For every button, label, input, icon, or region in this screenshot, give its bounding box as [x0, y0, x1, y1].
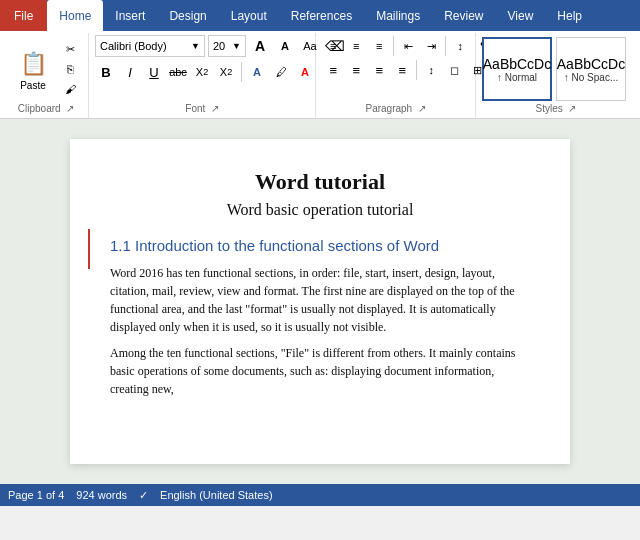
- format-painter-button[interactable]: 🖌: [58, 80, 82, 98]
- style-normal-preview: AaBbCcDc: [483, 56, 551, 72]
- section-heading: 1.1 Introduction to the functional secti…: [110, 237, 530, 254]
- font-size-selector[interactable]: 20 ▼: [208, 35, 246, 57]
- clipboard-label: Clipboard ↗: [10, 103, 82, 116]
- group-paragraph: ≡ ≡ ≡ ⇤ ⇥ ↕ ¶ ≡ ≡ ≡ ≡ ↕ ◻ ⊞ Paragraph: [316, 33, 476, 118]
- style-nospace-label: ↑ No Spac...: [564, 72, 618, 83]
- styles-label: Styles ↗: [482, 103, 630, 116]
- justify-button[interactable]: ≡: [391, 59, 413, 81]
- font-top-row: Calibri (Body) ▼ 20 ▼ A A Aa ⌫: [95, 35, 346, 57]
- style-no-spacing[interactable]: AaBbCcDc ↑ No Spac...: [556, 37, 626, 101]
- multilevel-button[interactable]: ≡: [368, 35, 390, 57]
- tab-insert[interactable]: Insert: [103, 0, 157, 31]
- para-row-1: ≡ ≡ ≡ ⇤ ⇥ ↕ ¶: [322, 35, 494, 57]
- page-info: Page 1 of 4: [8, 489, 64, 501]
- style-nospace-preview: AaBbCcDc: [557, 56, 625, 72]
- tab-file[interactable]: File: [0, 0, 47, 31]
- strikethrough-button[interactable]: abc: [167, 61, 189, 83]
- sep2: [393, 36, 394, 56]
- para-content: ≡ ≡ ≡ ⇤ ⇥ ↕ ¶ ≡ ≡ ≡ ≡ ↕ ◻ ⊞: [322, 35, 469, 103]
- font-name-chevron: ▼: [191, 41, 200, 51]
- tab-mailings[interactable]: Mailings: [364, 0, 432, 31]
- subscript-button[interactable]: X2: [191, 61, 213, 83]
- doc-paragraph-1: Word 2016 has ten functional sections, i…: [110, 264, 530, 336]
- font-size-chevron: ▼: [232, 41, 241, 51]
- tab-references[interactable]: References: [279, 0, 364, 31]
- tab-layout[interactable]: Layout: [219, 0, 279, 31]
- group-styles: AaBbCcDc ↑ Normal AaBbCcDc ↑ No Spac... …: [476, 33, 636, 118]
- style-normal-label: ↑ Normal: [497, 72, 537, 83]
- tab-view[interactable]: View: [496, 0, 546, 31]
- tab-design[interactable]: Design: [157, 0, 218, 31]
- group-clipboard: 📋 Paste ✂ ⎘ 🖌 Clipboard ↗: [4, 33, 89, 118]
- font-content: Calibri (Body) ▼ 20 ▼ A A Aa ⌫ B I U abc…: [95, 35, 309, 103]
- tab-help[interactable]: Help: [545, 0, 594, 31]
- status-bar: Page 1 of 4 924 words ✓ English (United …: [0, 484, 640, 506]
- superscript-button[interactable]: X2: [215, 61, 237, 83]
- doc-subtitle: Word basic operation tutorial: [110, 201, 530, 219]
- sort-button[interactable]: ↕: [449, 35, 471, 57]
- separator: [241, 62, 242, 82]
- styles-content: AaBbCcDc ↑ Normal AaBbCcDc ↑ No Spac...: [482, 35, 630, 103]
- underline-button[interactable]: U: [143, 61, 165, 83]
- paste-button[interactable]: 📋 Paste: [10, 35, 56, 103]
- ribbon-body: 📋 Paste ✂ ⎘ 🖌 Clipboard ↗ Calibri (Body)…: [0, 31, 640, 119]
- doc-paragraph-2: Among the ten functional sections, "File…: [110, 344, 530, 398]
- align-right-button[interactable]: ≡: [368, 59, 390, 81]
- font-color-button[interactable]: A: [294, 61, 316, 83]
- sep3: [445, 36, 446, 56]
- font-name-value: Calibri (Body): [100, 40, 167, 52]
- word-count: 924 words: [76, 489, 127, 501]
- paste-icon: 📋: [19, 48, 47, 80]
- tab-review[interactable]: Review: [432, 0, 495, 31]
- line-spacing-button[interactable]: ↕: [420, 59, 442, 81]
- cut-button[interactable]: ✂: [58, 40, 82, 58]
- clipboard-content: 📋 Paste ✂ ⎘ 🖌: [10, 35, 82, 103]
- spell-check-icon: ✓: [139, 489, 148, 502]
- paste-label: Paste: [20, 80, 46, 91]
- tab-home[interactable]: Home: [47, 0, 103, 31]
- text-cursor: [88, 229, 90, 269]
- font-name-selector[interactable]: Calibri (Body) ▼: [95, 35, 205, 57]
- decrease-indent-button[interactable]: ⇤: [397, 35, 419, 57]
- italic-button[interactable]: I: [119, 61, 141, 83]
- increase-indent-button[interactable]: ⇥: [420, 35, 442, 57]
- para-row-2: ≡ ≡ ≡ ≡ ↕ ◻ ⊞: [322, 59, 488, 81]
- font-shrink-button[interactable]: A: [274, 35, 296, 57]
- paragraph-label: Paragraph ↗: [322, 103, 469, 116]
- clipboard-side: ✂ ⎘ 🖌: [58, 35, 82, 103]
- font-format-row: B I U abc X2 X2 A 🖊 A: [95, 61, 316, 83]
- group-font: Calibri (Body) ▼ 20 ▼ A A Aa ⌫ B I U abc…: [89, 33, 316, 118]
- document-area: Word tutorial Word basic operation tutor…: [0, 119, 640, 484]
- font-grow-button[interactable]: A: [249, 35, 271, 57]
- font-label: Font ↗: [95, 103, 309, 116]
- numbering-button[interactable]: ≡: [345, 35, 367, 57]
- text-effects-button[interactable]: A: [246, 61, 268, 83]
- doc-title: Word tutorial: [110, 169, 530, 195]
- center-button[interactable]: ≡: [345, 59, 367, 81]
- ribbon-tabs: File Home Insert Design Layout Reference…: [0, 0, 640, 31]
- style-normal[interactable]: AaBbCcDc ↑ Normal: [482, 37, 552, 101]
- highlight-button[interactable]: 🖊: [270, 61, 292, 83]
- bullets-button[interactable]: ≡: [322, 35, 344, 57]
- bold-button[interactable]: B: [95, 61, 117, 83]
- document-page[interactable]: Word tutorial Word basic operation tutor…: [70, 139, 570, 464]
- font-size-value: 20: [213, 40, 225, 52]
- copy-button[interactable]: ⎘: [58, 60, 82, 78]
- language: English (United States): [160, 489, 273, 501]
- align-left-button[interactable]: ≡: [322, 59, 344, 81]
- sep4: [416, 60, 417, 80]
- shading-button[interactable]: ◻: [443, 59, 465, 81]
